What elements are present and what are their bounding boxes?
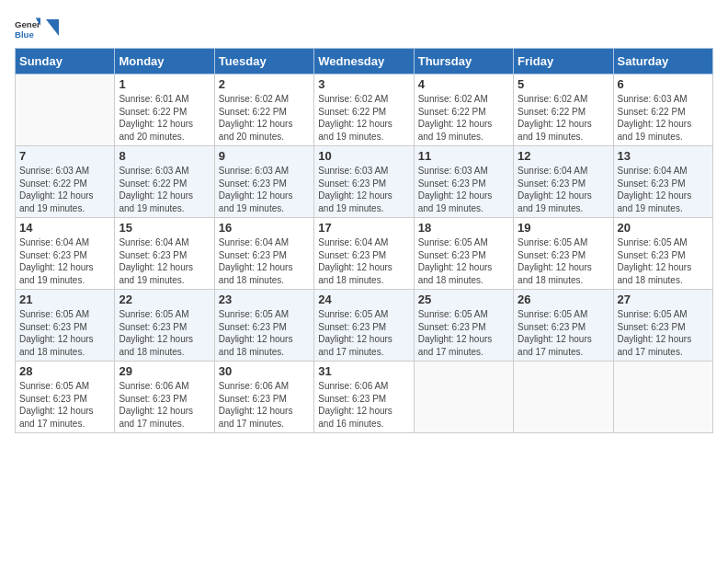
calendar-cell: 23Sunrise: 6:05 AMSunset: 6:23 PMDayligh… — [214, 290, 313, 362]
calendar-cell — [514, 362, 613, 433]
calendar-cell — [414, 362, 513, 433]
calendar-cell: 24Sunrise: 6:05 AMSunset: 6:23 PMDayligh… — [314, 290, 414, 362]
day-info: Sunrise: 6:05 AMSunset: 6:23 PMDaylight:… — [219, 308, 310, 358]
day-number: 13 — [618, 149, 709, 163]
calendar-week-row: 21Sunrise: 6:05 AMSunset: 6:23 PMDayligh… — [16, 290, 713, 362]
calendar-cell: 4Sunrise: 6:02 AMSunset: 6:22 PMDaylight… — [414, 75, 513, 146]
day-info: Sunrise: 6:06 AMSunset: 6:23 PMDaylight:… — [219, 380, 310, 430]
calendar-cell: 8Sunrise: 6:03 AMSunset: 6:22 PMDaylight… — [115, 146, 214, 218]
calendar-cell: 31Sunrise: 6:06 AMSunset: 6:23 PMDayligh… — [314, 362, 414, 433]
calendar-cell: 12Sunrise: 6:04 AMSunset: 6:23 PMDayligh… — [514, 146, 613, 218]
day-number: 18 — [418, 221, 509, 235]
calendar-cell: 30Sunrise: 6:06 AMSunset: 6:23 PMDayligh… — [214, 362, 313, 433]
calendar-cell: 7Sunrise: 6:03 AMSunset: 6:22 PMDaylight… — [16, 146, 115, 218]
weekday-header: Thursday — [414, 49, 513, 75]
calendar-cell: 20Sunrise: 6:05 AMSunset: 6:23 PMDayligh… — [613, 218, 712, 290]
calendar-cell: 10Sunrise: 6:03 AMSunset: 6:23 PMDayligh… — [314, 146, 414, 218]
day-info: Sunrise: 6:04 AMSunset: 6:23 PMDaylight:… — [19, 236, 110, 286]
weekday-header: Tuesday — [214, 49, 313, 75]
calendar-cell: 29Sunrise: 6:06 AMSunset: 6:23 PMDayligh… — [115, 362, 214, 433]
calendar-cell: 17Sunrise: 6:04 AMSunset: 6:23 PMDayligh… — [314, 218, 414, 290]
day-number: 1 — [119, 77, 210, 91]
day-info: Sunrise: 6:06 AMSunset: 6:23 PMDaylight:… — [119, 380, 210, 430]
logo-icon: General Blue — [15, 15, 40, 40]
logo-triangle-icon — [46, 19, 59, 36]
day-info: Sunrise: 6:03 AMSunset: 6:22 PMDaylight:… — [618, 93, 709, 143]
day-info: Sunrise: 6:03 AMSunset: 6:23 PMDaylight:… — [318, 165, 409, 214]
day-number: 8 — [119, 149, 210, 163]
day-number: 2 — [219, 77, 310, 91]
calendar-cell: 3Sunrise: 6:02 AMSunset: 6:22 PMDaylight… — [314, 75, 414, 146]
day-number: 25 — [418, 293, 509, 306]
day-number: 14 — [19, 221, 110, 235]
calendar-week-row: 7Sunrise: 6:03 AMSunset: 6:22 PMDaylight… — [16, 146, 713, 218]
day-info: Sunrise: 6:06 AMSunset: 6:23 PMDaylight:… — [318, 380, 409, 430]
svg-marker-3 — [46, 19, 59, 36]
calendar-cell: 11Sunrise: 6:03 AMSunset: 6:23 PMDayligh… — [414, 146, 513, 218]
day-number: 27 — [618, 293, 709, 306]
day-info: Sunrise: 6:04 AMSunset: 6:23 PMDaylight:… — [119, 236, 210, 286]
day-number: 7 — [19, 149, 110, 163]
day-number: 15 — [119, 221, 210, 235]
day-info: Sunrise: 6:05 AMSunset: 6:23 PMDaylight:… — [418, 308, 509, 358]
day-info: Sunrise: 6:04 AMSunset: 6:23 PMDaylight:… — [219, 236, 310, 286]
day-number: 22 — [119, 293, 210, 306]
day-number: 30 — [219, 364, 310, 378]
calendar-cell — [613, 362, 712, 433]
calendar-cell: 14Sunrise: 6:04 AMSunset: 6:23 PMDayligh… — [16, 218, 115, 290]
day-info: Sunrise: 6:03 AMSunset: 6:22 PMDaylight:… — [119, 165, 210, 214]
calendar-week-row: 1Sunrise: 6:01 AMSunset: 6:22 PMDaylight… — [16, 75, 713, 146]
day-number: 28 — [19, 364, 110, 378]
day-number: 12 — [518, 149, 609, 163]
svg-text:General: General — [15, 19, 40, 29]
calendar-cell: 18Sunrise: 6:05 AMSunset: 6:23 PMDayligh… — [414, 218, 513, 290]
calendar-cell: 2Sunrise: 6:02 AMSunset: 6:22 PMDaylight… — [214, 75, 313, 146]
day-info: Sunrise: 6:02 AMSunset: 6:22 PMDaylight:… — [219, 93, 310, 143]
day-number: 26 — [518, 293, 609, 306]
day-number: 9 — [219, 149, 310, 163]
day-number: 5 — [518, 77, 609, 91]
day-number: 17 — [318, 221, 409, 235]
day-info: Sunrise: 6:05 AMSunset: 6:23 PMDaylight:… — [19, 308, 110, 358]
weekday-header: Sunday — [16, 49, 115, 75]
calendar-cell: 21Sunrise: 6:05 AMSunset: 6:23 PMDayligh… — [16, 290, 115, 362]
day-info: Sunrise: 6:05 AMSunset: 6:23 PMDaylight:… — [19, 380, 110, 430]
calendar-cell: 1Sunrise: 6:01 AMSunset: 6:22 PMDaylight… — [115, 75, 214, 146]
day-number: 31 — [318, 364, 409, 378]
calendar-cell: 22Sunrise: 6:05 AMSunset: 6:23 PMDayligh… — [115, 290, 214, 362]
logo: General Blue — [15, 15, 59, 40]
day-info: Sunrise: 6:05 AMSunset: 6:23 PMDaylight:… — [618, 308, 709, 358]
day-info: Sunrise: 6:01 AMSunset: 6:22 PMDaylight:… — [119, 93, 210, 143]
day-info: Sunrise: 6:05 AMSunset: 6:23 PMDaylight:… — [119, 308, 210, 358]
weekday-header: Monday — [115, 49, 214, 75]
day-info: Sunrise: 6:05 AMSunset: 6:23 PMDaylight:… — [518, 236, 609, 286]
day-number: 4 — [418, 77, 509, 91]
calendar-week-row: 14Sunrise: 6:04 AMSunset: 6:23 PMDayligh… — [16, 218, 713, 290]
day-number: 3 — [318, 77, 409, 91]
calendar-cell: 6Sunrise: 6:03 AMSunset: 6:22 PMDaylight… — [613, 75, 712, 146]
day-info: Sunrise: 6:04 AMSunset: 6:23 PMDaylight:… — [618, 165, 709, 214]
day-info: Sunrise: 6:02 AMSunset: 6:22 PMDaylight:… — [418, 93, 509, 143]
day-number: 24 — [318, 293, 409, 306]
calendar-cell: 27Sunrise: 6:05 AMSunset: 6:23 PMDayligh… — [613, 290, 712, 362]
day-info: Sunrise: 6:05 AMSunset: 6:23 PMDaylight:… — [318, 308, 409, 358]
page-header: General Blue — [15, 15, 713, 40]
day-info: Sunrise: 6:05 AMSunset: 6:23 PMDaylight:… — [418, 236, 509, 286]
day-info: Sunrise: 6:05 AMSunset: 6:23 PMDaylight:… — [518, 308, 609, 358]
calendar-cell: 13Sunrise: 6:04 AMSunset: 6:23 PMDayligh… — [613, 146, 712, 218]
day-info: Sunrise: 6:05 AMSunset: 6:23 PMDaylight:… — [618, 236, 709, 286]
svg-text:Blue: Blue — [15, 29, 34, 40]
day-number: 11 — [418, 149, 509, 163]
day-number: 19 — [518, 221, 609, 235]
day-number: 29 — [119, 364, 210, 378]
weekday-header: Wednesday — [314, 49, 414, 75]
calendar-table: SundayMondayTuesdayWednesdayThursdayFrid… — [15, 48, 713, 433]
weekday-header: Saturday — [613, 49, 712, 75]
day-info: Sunrise: 6:04 AMSunset: 6:23 PMDaylight:… — [318, 236, 409, 286]
calendar-cell: 5Sunrise: 6:02 AMSunset: 6:22 PMDaylight… — [514, 75, 613, 146]
calendar-cell: 26Sunrise: 6:05 AMSunset: 6:23 PMDayligh… — [514, 290, 613, 362]
calendar-cell: 28Sunrise: 6:05 AMSunset: 6:23 PMDayligh… — [16, 362, 115, 433]
calendar-cell: 9Sunrise: 6:03 AMSunset: 6:23 PMDaylight… — [214, 146, 313, 218]
calendar-cell: 15Sunrise: 6:04 AMSunset: 6:23 PMDayligh… — [115, 218, 214, 290]
day-number: 6 — [618, 77, 709, 91]
